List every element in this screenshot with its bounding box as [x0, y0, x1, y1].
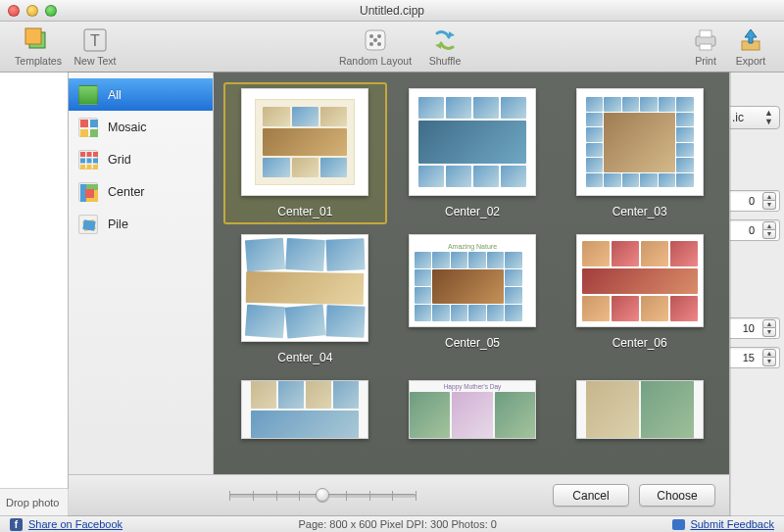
- templates-label: Templates: [15, 55, 62, 67]
- svg-rect-22: [87, 152, 92, 157]
- category-list: All Mosaic Grid: [69, 73, 214, 474]
- submit-feedback-link[interactable]: Submit Feedback: [690, 518, 774, 530]
- category-label: All: [108, 88, 122, 102]
- category-all[interactable]: All: [69, 78, 213, 111]
- template-thumb: Happy Mother's Day: [409, 380, 536, 439]
- slider-knob[interactable]: [316, 488, 329, 502]
- svg-rect-24: [80, 158, 85, 163]
- template-caption: Center_03: [612, 205, 667, 218]
- svg-point-7: [369, 42, 373, 46]
- height-field[interactable]: 0 ▲▼: [725, 219, 780, 241]
- svg-text:T: T: [90, 32, 100, 49]
- photo-sidebar: [0, 73, 69, 515]
- svg-rect-23: [93, 152, 98, 157]
- spacing-stepper[interactable]: ▲▼: [762, 349, 776, 366]
- export-label: Export: [736, 55, 765, 67]
- titlebar: Untitled.cipp: [0, 0, 784, 22]
- select-arrows-icon: ▲▼: [764, 109, 773, 126]
- svg-rect-20: [90, 129, 98, 137]
- template-annotation: Amazing Nature: [415, 241, 530, 252]
- margin-stepper[interactable]: ▲▼: [762, 319, 776, 337]
- template-thumb: Amazing Nature: [409, 234, 536, 327]
- random-layout-button[interactable]: Random Layout: [334, 26, 416, 67]
- cancel-button[interactable]: Cancel: [553, 484, 629, 507]
- template-thumb: [241, 380, 368, 439]
- chooser-footer: Cancel Choose: [69, 474, 729, 515]
- svg-rect-19: [80, 129, 88, 137]
- choose-button[interactable]: Choose: [639, 484, 715, 507]
- template-center-04[interactable]: Center_04: [223, 228, 387, 370]
- svg-rect-13: [700, 30, 711, 37]
- category-label: Center: [108, 185, 145, 199]
- shuffle-button[interactable]: Shuffle: [416, 26, 473, 67]
- template-center-07[interactable]: [223, 374, 387, 445]
- template-center-05[interactable]: Amazing Nature Center_05: [391, 228, 555, 370]
- spacing-field[interactable]: 15 ▲▼: [725, 347, 780, 368]
- share-facebook-link[interactable]: Share on Facebook: [28, 518, 122, 530]
- height-stepper[interactable]: ▲▼: [762, 221, 776, 239]
- svg-rect-1: [25, 28, 41, 44]
- page-info: Page: 800 x 600 Pixel DPI: 300 Photos: 0: [122, 518, 672, 530]
- template-thumb: [576, 234, 704, 327]
- templates-icon: [24, 26, 53, 54]
- template-thumb: [576, 88, 704, 196]
- svg-rect-28: [87, 165, 92, 169]
- mosaic-icon: [78, 118, 98, 137]
- template-grid[interactable]: Center_01 Center_02: [214, 73, 729, 474]
- svg-rect-33: [85, 189, 94, 198]
- print-button[interactable]: Print: [684, 26, 727, 67]
- size-preset-select[interactable]: .ic ▲▼: [725, 106, 780, 129]
- status-bar: f Share on Facebook Page: 800 x 600 Pixe…: [0, 515, 784, 532]
- thumbnail-size-slider[interactable]: [229, 487, 416, 505]
- toolbar: Templates T New Text Random Layout Shuff…: [0, 22, 784, 73]
- grid-icon: [78, 150, 98, 169]
- template-center-03[interactable]: Center_03: [558, 82, 721, 224]
- template-center-08[interactable]: Happy Mother's Day: [391, 374, 555, 445]
- svg-rect-14: [700, 44, 711, 50]
- svg-point-6: [377, 34, 381, 38]
- feedback-icon: [672, 519, 685, 530]
- svg-point-5: [369, 34, 373, 38]
- drop-photo-well[interactable]: Drop photo: [0, 488, 69, 515]
- export-icon: [736, 26, 765, 54]
- shuffle-icon: [430, 26, 460, 54]
- size-preset-value: .ic: [732, 111, 744, 124]
- template-chooser: All Mosaic Grid: [69, 73, 730, 515]
- svg-rect-25: [87, 158, 92, 163]
- width-stepper[interactable]: ▲▼: [762, 192, 776, 210]
- category-label: Grid: [108, 153, 131, 167]
- template-center-02[interactable]: Center_02: [391, 82, 555, 224]
- svg-rect-35: [82, 219, 95, 231]
- template-annotation: Happy Mother's Day: [442, 381, 504, 392]
- template-thumb: [241, 234, 368, 342]
- export-button[interactable]: Export: [727, 26, 774, 67]
- width-field[interactable]: 0 ▲▼: [725, 190, 780, 212]
- center-icon: [78, 182, 98, 202]
- svg-rect-18: [90, 120, 98, 127]
- template-caption: Center_06: [612, 336, 667, 350]
- template-center-06[interactable]: Center_06: [558, 228, 721, 370]
- new-text-icon: T: [80, 26, 110, 54]
- template-caption: Center_05: [445, 336, 500, 350]
- category-center[interactable]: Center: [69, 175, 213, 208]
- svg-rect-27: [80, 165, 85, 169]
- category-pile[interactable]: Pile: [69, 208, 213, 240]
- category-grid[interactable]: Grid: [69, 143, 213, 175]
- margin-field[interactable]: 10 ▲▼: [725, 317, 780, 339]
- pile-icon: [78, 215, 98, 234]
- print-label: Print: [695, 55, 716, 67]
- window-title: Untitled.cipp: [0, 4, 784, 18]
- template-caption: Center_02: [445, 205, 500, 218]
- template-thumb: [241, 88, 368, 196]
- templates-button[interactable]: Templates: [10, 26, 67, 67]
- category-mosaic[interactable]: Mosaic: [69, 111, 213, 143]
- template-center-01[interactable]: Center_01: [223, 82, 387, 224]
- svg-rect-29: [93, 165, 98, 169]
- category-label: Pile: [108, 218, 128, 231]
- template-center-09[interactable]: [558, 374, 721, 445]
- new-text-button[interactable]: T New Text: [67, 26, 123, 67]
- template-thumb: [409, 88, 536, 196]
- dice-icon: [361, 26, 390, 54]
- svg-marker-10: [449, 31, 455, 37]
- template-thumb: [576, 380, 704, 439]
